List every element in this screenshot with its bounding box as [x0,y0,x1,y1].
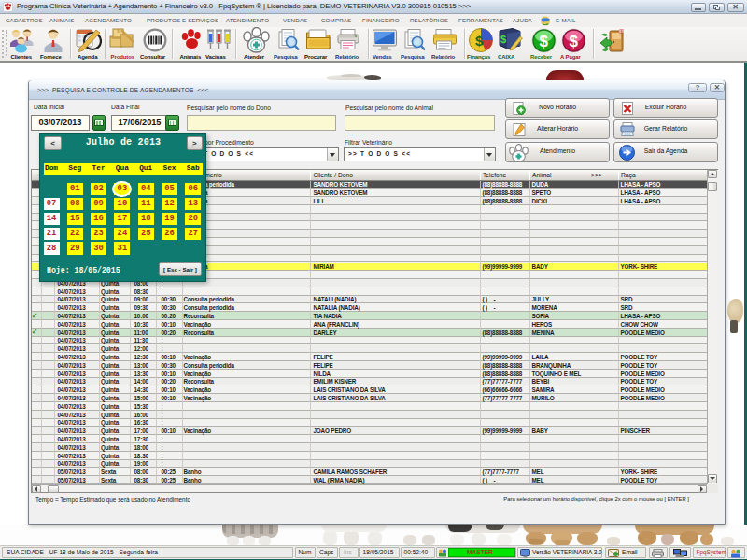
svg-text:$: $ [570,33,579,50]
svg-text:$: $ [500,34,506,45]
svg-text:$: $ [540,33,549,50]
svg-text:$: $ [475,33,484,49]
svg-text:EXIT: EXIT [619,30,627,34]
